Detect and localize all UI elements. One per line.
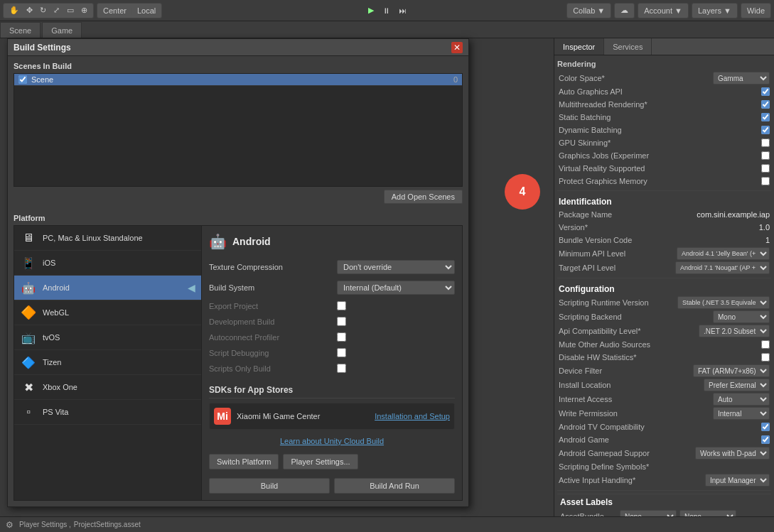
- scripts-only-build-checkbox[interactable]: [337, 364, 346, 373]
- color-space-select[interactable]: Gamma: [713, 72, 770, 85]
- internet-access-select[interactable]: Auto: [713, 393, 770, 406]
- platform-item-pc[interactable]: 🖥 PC, Mac & Linux Standalone: [14, 226, 201, 251]
- bundle-version-label: Bundle Version Code: [559, 236, 765, 244]
- layers-button[interactable]: Layers ▼: [692, 3, 738, 18]
- rendering-header: Rendering: [557, 58, 771, 70]
- inspector-content: Rendering Color Space* Gamma Auto Graphi…: [554, 55, 774, 528]
- scenes-area[interactable]: Scene 0: [14, 73, 463, 187]
- disable-hw-checkbox[interactable]: [761, 353, 770, 362]
- top-toolbar: ✋ ✥ ↻ ⤢ ▭ ⊕ Center | Local ▶ ⏸ ⏭ Collab …: [0, 0, 774, 21]
- learn-cloud-link[interactable]: Learn about Unity Cloud Build: [209, 437, 455, 445]
- build-and-run-button[interactable]: Build And Run: [334, 478, 455, 494]
- script-debugging-label: Script Debugging: [209, 349, 337, 357]
- move-tool[interactable]: ✥: [23, 4, 36, 16]
- mute-audio-label: Mute Other Audio Sources: [559, 340, 761, 349]
- android-tv-checkbox[interactable]: [761, 423, 770, 431]
- tab-inspector[interactable]: Inspector: [554, 38, 604, 55]
- dialog-close-button[interactable]: ✕: [451, 42, 463, 53]
- platform-icon-pc: 🖥: [20, 229, 37, 246]
- collab-button[interactable]: Collab ▼: [566, 3, 611, 18]
- step-button[interactable]: ⏭: [396, 5, 409, 16]
- platform-item-ios[interactable]: 📱 iOS: [14, 251, 201, 276]
- platform-item-tizen[interactable]: 🔷 Tizen: [14, 350, 201, 375]
- scene-tab[interactable]: Scene: [0, 22, 41, 38]
- sdk-title: SDKs for App Stores: [209, 385, 455, 398]
- script-debugging-row: Script Debugging: [209, 348, 455, 357]
- install-location-select[interactable]: Prefer External: [704, 379, 770, 391]
- platform-item-android[interactable]: 🤖 Android ◀: [14, 276, 201, 300]
- platform-item-xbox[interactable]: ✖ Xbox One: [14, 375, 201, 400]
- autoconnect-label: Autoconnect Profiler: [209, 333, 337, 342]
- scripting-backend-select[interactable]: Mono: [713, 310, 770, 323]
- build-button[interactable]: Build: [209, 478, 330, 494]
- bundle-version-row: Bundle Version Code 1: [557, 234, 771, 246]
- inspector-tabs: Inspector Services: [554, 38, 774, 55]
- multithreaded-checkbox[interactable]: [761, 100, 770, 109]
- internet-access-row: Internet Access Auto: [557, 392, 771, 406]
- build-system-select[interactable]: Internal (Default): [337, 281, 455, 295]
- device-filter-select[interactable]: FAT (ARMv7+x86): [693, 364, 770, 377]
- texture-compression-select[interactable]: Don't override: [337, 260, 455, 274]
- pause-button[interactable]: ⏸: [380, 5, 393, 16]
- platform-icon-tvos: 📺: [20, 329, 37, 346]
- scale-tool[interactable]: ⤢: [50, 4, 63, 16]
- bundle-version-value: 1: [765, 236, 770, 244]
- platform-item-tvos[interactable]: 📺 tvOS: [14, 325, 201, 350]
- internet-access-label: Internet Access: [559, 395, 713, 403]
- divider-3: [557, 490, 771, 491]
- graphics-jobs-checkbox[interactable]: [761, 151, 770, 160]
- game-tab[interactable]: Game: [42, 22, 82, 38]
- static-batching-checkbox[interactable]: [761, 113, 770, 121]
- scripting-runtime-label: Scripting Runtime Version: [559, 298, 677, 307]
- platform-item-webgl[interactable]: 🔶 WebGL: [14, 300, 201, 325]
- vr-supported-checkbox[interactable]: [761, 164, 770, 173]
- play-button[interactable]: ▶: [365, 4, 377, 16]
- gpu-skinning-checkbox[interactable]: [761, 139, 770, 147]
- sdk-setup-link[interactable]: Installation and Setup: [375, 412, 450, 420]
- target-api-select[interactable]: Android 7.1 'Nougat' (AP +: [675, 261, 770, 274]
- autoconnect-checkbox[interactable]: [337, 332, 346, 342]
- transform-tool[interactable]: ⊕: [78, 4, 90, 16]
- tab-services[interactable]: Services: [604, 38, 652, 55]
- center-btn[interactable]: Center: [100, 5, 129, 16]
- platform-name-webgl: WebGL: [43, 308, 69, 317]
- configuration-header: Configuration: [557, 281, 771, 295]
- android-game-checkbox[interactable]: [761, 435, 770, 444]
- mute-audio-checkbox[interactable]: [761, 340, 770, 349]
- development-build-checkbox[interactable]: [337, 317, 346, 326]
- layout-button[interactable]: Wide: [741, 3, 771, 18]
- script-debugging-checkbox[interactable]: [337, 348, 346, 357]
- player-settings-button[interactable]: Player Settings...: [283, 454, 358, 469]
- local-btn[interactable]: Local: [134, 5, 158, 16]
- platform-name-android: Android: [43, 283, 70, 292]
- package-name-label: Package Name: [559, 210, 697, 219]
- transform-tools: ✋ ✥ ↻ ⤢ ▭ ⊕: [3, 3, 94, 18]
- active-input-select[interactable]: Input Manager: [705, 474, 770, 487]
- add-open-scenes-button[interactable]: Add Open Scenes: [384, 190, 463, 204]
- android-gamepad-select[interactable]: Works with D-pad: [695, 447, 770, 460]
- identification-header: Identification: [557, 194, 771, 208]
- dynamic-batching-checkbox[interactable]: [761, 126, 770, 134]
- scripting-runtime-select[interactable]: Stable (.NET 3.5 Equivale: [677, 296, 770, 309]
- platform-item-psvita[interactable]: ▫ PS Vita: [14, 400, 201, 425]
- switch-platform-button[interactable]: Switch Platform: [209, 454, 279, 469]
- protect-graphics-checkbox[interactable]: [761, 177, 770, 185]
- api-compat-select[interactable]: .NET 2.0 Subset: [699, 325, 770, 337]
- rotate-tool[interactable]: ↻: [37, 4, 49, 16]
- account-button[interactable]: Account ▼: [638, 3, 689, 18]
- build-platform-name: Android: [232, 236, 271, 247]
- export-project-checkbox[interactable]: [337, 301, 346, 310]
- auto-graphics-checkbox[interactable]: [761, 87, 770, 96]
- rendering-section: Rendering Color Space* Gamma Auto Graphi…: [557, 58, 771, 188]
- min-api-select[interactable]: Android 4.1 'Jelly Bean' (+: [677, 247, 770, 260]
- scripts-only-build-row: Scripts Only Build: [209, 364, 455, 373]
- scene-checkbox[interactable]: [18, 75, 27, 84]
- development-build-label: Development Build: [209, 317, 337, 326]
- scene-tab-label: Scene: [9, 26, 31, 35]
- write-permission-select[interactable]: Internal: [713, 407, 770, 420]
- platform-icon-tizen: 🔷: [20, 354, 37, 371]
- rect-tool[interactable]: ▭: [64, 4, 77, 16]
- hand-tool[interactable]: ✋: [6, 4, 22, 16]
- android-game-row: Android Game: [557, 433, 771, 446]
- cloud-button[interactable]: ☁: [614, 3, 635, 18]
